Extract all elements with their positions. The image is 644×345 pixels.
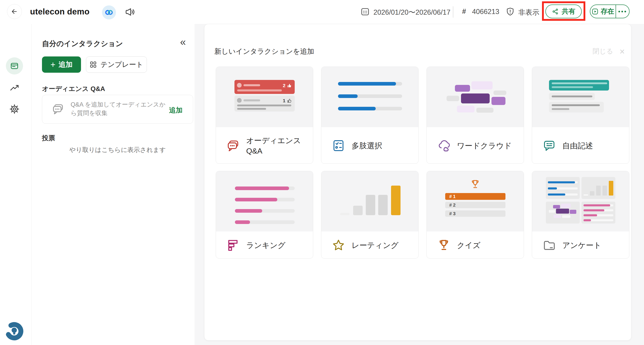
quiz-trophy-icon <box>438 239 450 251</box>
checklist-icon <box>332 139 345 152</box>
present-button[interactable]: 存在 <box>590 5 616 18</box>
gear-icon <box>9 104 20 114</box>
deco-response <box>549 102 604 112</box>
add-interaction-title: 新しいインタラクションを追加 <box>214 47 314 56</box>
deco-word <box>554 215 561 218</box>
quiz-rank-3: # 3 <box>445 210 506 217</box>
deco-bar <box>596 186 601 196</box>
close-icon: × <box>620 48 624 55</box>
grid-icon <box>90 61 97 68</box>
deco-avatar <box>237 83 242 88</box>
deco-bar <box>353 206 362 215</box>
deco-line <box>552 86 593 88</box>
deco-word <box>556 209 569 214</box>
trophy-icon <box>470 179 480 189</box>
deco-line <box>552 104 600 106</box>
deco-question-highlight: 2 <box>234 80 295 94</box>
deco-word <box>553 205 560 208</box>
wordcloud-preview <box>427 67 524 127</box>
event-dates[interactable]: 2026/01/20〜2026/06/17 <box>374 8 450 17</box>
deco-response <box>549 80 609 91</box>
deco-word <box>570 210 576 214</box>
event-code[interactable]: 4066213 <box>472 8 499 16</box>
deco-bar <box>548 181 575 183</box>
open-text-preview <box>532 67 629 127</box>
star-icon <box>332 239 345 251</box>
card-label: オーディエンス Q&A <box>246 135 305 156</box>
deco-bar <box>584 214 597 216</box>
card-multiple-choice[interactable]: 多肢選択 <box>321 67 418 164</box>
cloud-icon <box>438 139 450 152</box>
ranking-preview <box>216 171 313 231</box>
hidden-status-label[interactable]: 非表示 <box>518 8 539 17</box>
deco-mini-panel <box>582 177 615 199</box>
deco-mini-panel <box>582 202 615 223</box>
share-button[interactable]: 共有 <box>546 5 582 18</box>
deco-line <box>552 108 569 110</box>
deco-line <box>237 89 282 92</box>
present-label: 存在 <box>601 7 614 16</box>
card-open-text[interactable]: 自由記述 <box>532 67 629 164</box>
header-divider <box>453 6 453 18</box>
card-label: ワードクラウド <box>457 140 512 151</box>
polls-section-label: 投票 <box>42 134 55 143</box>
more-options-button[interactable]: ●●● <box>616 5 629 18</box>
deco-question-row: 1 <box>234 96 295 112</box>
deco-bar <box>235 220 250 224</box>
deco-bar <box>235 209 262 213</box>
back-arrow-icon <box>11 8 18 15</box>
deco-bar <box>590 191 594 196</box>
qna-add-link[interactable]: 追加 <box>169 106 182 115</box>
announcement-icon[interactable] <box>125 7 135 18</box>
card-survey[interactable]: アンケート <box>532 171 629 258</box>
slido-logo <box>4 321 24 342</box>
card-rating[interactable]: レーティング <box>321 171 418 258</box>
card-audience-qna[interactable]: 2 1 オーディエンス Q&A <box>216 67 313 164</box>
vote-count-top: 2 <box>283 83 292 88</box>
deco-bar <box>584 194 588 196</box>
deco-bar <box>338 82 396 86</box>
deco-bar <box>235 198 277 201</box>
deco-bar <box>340 213 350 215</box>
templates-button[interactable]: テンプレート <box>86 57 147 73</box>
card-word-cloud[interactable]: ワードクラウド <box>426 67 524 164</box>
nav-rail: ? <box>0 24 32 345</box>
qna-preview: 2 1 <box>216 67 313 127</box>
qna-icon <box>227 139 240 152</box>
card-ranking[interactable]: ランキング <box>216 171 313 258</box>
polls-empty-text: やり取りはこちらに表示されます <box>42 146 193 154</box>
add-interaction-button[interactable]: + 追加 <box>42 57 81 73</box>
nav-settings[interactable] <box>9 104 20 114</box>
deco-bar <box>584 209 604 211</box>
card-label: 多肢選択 <box>352 140 382 151</box>
panel-title: 自分のインタラクション <box>42 39 123 49</box>
back-button[interactable] <box>7 4 22 19</box>
top-bar: utelecon demo 2026/01/20〜2026/06/17 # 40… <box>0 0 644 24</box>
hidden-alert-icon <box>506 7 515 17</box>
vote-count-bottom: 1 <box>283 98 292 103</box>
deco-word <box>457 106 474 112</box>
deco-mini-panel <box>546 177 580 199</box>
card-quiz[interactable]: # 1 # 2 # 3 クイズ <box>426 171 524 258</box>
collapse-panel-button[interactable]: « <box>180 36 186 48</box>
deco-bar <box>609 181 613 196</box>
card-label: 自由記述 <box>562 140 593 151</box>
nav-analytics[interactable] <box>10 83 20 93</box>
present-button-group: 存在 ●●● <box>590 5 630 18</box>
nav-interactions-active[interactable] <box>6 57 23 75</box>
deco-line <box>237 105 291 106</box>
thumb-up-icon <box>287 83 292 88</box>
deco-line <box>552 96 592 97</box>
rating-preview <box>321 171 418 231</box>
deco-line <box>237 108 266 110</box>
card-label: アンケート <box>562 240 601 250</box>
slido-bulb-icon <box>4 321 24 341</box>
qna-hint-text: Q&A を追加してオーディエンスから質問を収集 <box>71 100 168 117</box>
deco-bar <box>602 186 607 196</box>
close-label: 閉じる <box>592 47 613 56</box>
quiz-rank-2: # 2 <box>445 202 506 208</box>
share-icon <box>552 8 559 15</box>
close-panel-control[interactable]: 閉じる × <box>592 47 625 56</box>
card-label: ランキング <box>246 240 286 250</box>
deco-bar <box>338 94 358 98</box>
